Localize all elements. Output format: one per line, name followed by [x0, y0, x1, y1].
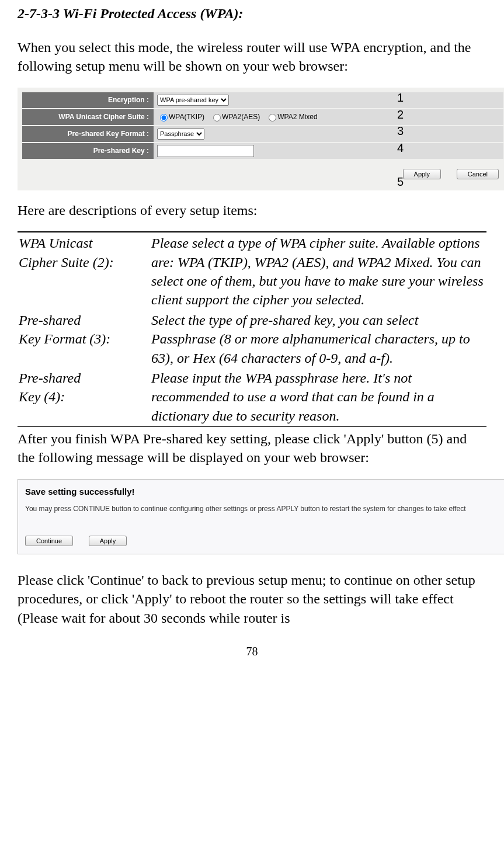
row-encryption: Encryption : WPA pre-shared key: [22, 92, 503, 108]
label-cipher: WPA Unicast Cipher Suite :: [22, 109, 154, 125]
wpa-config-panel: Encryption : WPA pre-shared key WPA Unic…: [18, 88, 504, 190]
cancel-button[interactable]: Cancel: [457, 169, 499, 179]
row-psk: Pre-shared Key :: [22, 143, 503, 159]
radio-wpa2-aes[interactable]: WPA2(AES): [210, 112, 260, 121]
psk-format-select[interactable]: Passphrase: [157, 129, 204, 140]
radio-input-mixed[interactable]: [269, 114, 276, 121]
radio-wpa2-mixed[interactable]: WPA2 Mixed: [266, 112, 317, 121]
psk-input[interactable]: [157, 145, 254, 157]
closing-text: Please click 'Continue' to back to previ…: [18, 571, 486, 627]
radio-label-tkip: WPA(TKIP): [169, 113, 204, 121]
radio-input-tkip[interactable]: [160, 114, 168, 121]
apply-button[interactable]: Apply: [403, 169, 442, 179]
label-psk: Pre-shared Key :: [22, 143, 154, 159]
section-title: 2-7-3-3 Wi-Fi Protected Access (WPA):: [18, 6, 486, 22]
callout-5: 5: [397, 175, 404, 189]
radio-input-aes[interactable]: [213, 114, 221, 121]
callout-2: 2: [397, 108, 404, 121]
label-encryption: Encryption :: [22, 92, 154, 108]
radio-label-mixed: WPA2 Mixed: [277, 113, 317, 121]
label-psk-format: Pre-shared Key Format :: [22, 126, 154, 142]
after-desc-text: After you finish WPA Pre-shared key sett…: [18, 429, 486, 467]
save-message: You may press CONTINUE button to continu…: [25, 505, 500, 513]
value-encryption: WPA pre-shared key: [154, 92, 503, 108]
desc-r3-c1: Pre-sharedKey (4):: [19, 369, 150, 425]
continue-button[interactable]: Continue: [25, 536, 73, 546]
encryption-select[interactable]: WPA pre-shared key: [157, 95, 229, 106]
description-table: WPA UnicastCipher Suite (2): Please sele…: [18, 231, 486, 427]
apply-button-2[interactable]: Apply: [89, 536, 127, 546]
row-cipher: WPA Unicast Cipher Suite : WPA(TKIP) WPA…: [22, 109, 503, 125]
desc-heading: Here are descriptions of every setup ite…: [18, 201, 486, 220]
callout-3: 3: [397, 124, 404, 138]
desc-r2-c1: Pre-sharedKey Format (3):: [19, 311, 150, 367]
radio-label-aes: WPA2(AES): [222, 113, 260, 121]
desc-r3-c2: Please input the WPA passphrase here. It…: [151, 369, 485, 425]
value-cipher: WPA(TKIP) WPA2(AES) WPA2 Mixed: [154, 109, 503, 125]
desc-r1-c2: Please select a type of WPA cipher suite…: [151, 234, 485, 310]
intro-text: When you select this mode, the wireless …: [18, 38, 486, 76]
value-psk-format: Passphrase: [154, 126, 503, 142]
desc-r2-c2: Select the type of pre-shared key, you c…: [151, 311, 485, 367]
radio-wpa-tkip[interactable]: WPA(TKIP): [157, 112, 204, 121]
desc-r1-c1: WPA UnicastCipher Suite (2):: [19, 234, 150, 310]
save-title: Save setting successfully!: [25, 487, 500, 497]
page-number: 78: [18, 645, 486, 658]
callout-1: 1: [397, 91, 404, 105]
save-success-panel: Save setting successfully! You may press…: [18, 479, 504, 554]
value-psk: [154, 143, 503, 159]
button-bar: Apply Cancel: [22, 160, 503, 180]
callout-4: 4: [397, 141, 404, 155]
row-psk-format: Pre-shared Key Format : Passphrase: [22, 126, 503, 142]
